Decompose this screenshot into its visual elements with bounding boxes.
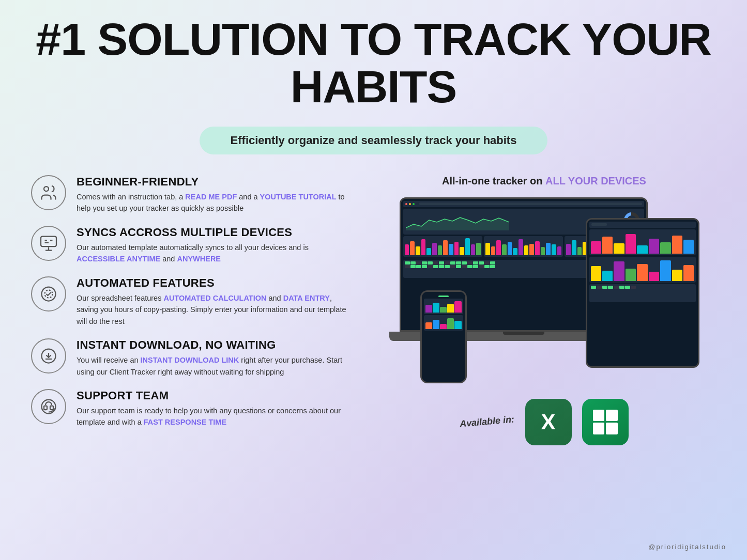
feature-beginner-text: BEGINNER-FRIENDLY Comes with an instruct… — [77, 175, 352, 214]
available-section: Available in: X — [460, 399, 628, 445]
feature-syncs-title: SYNCS ACCROSS MULTIPLE DEVICES — [77, 226, 352, 239]
feature-download-desc: You will receive an INSTANT DOWNLOAD LIN… — [77, 354, 352, 378]
feature-beginner-friendly: BEGINNER-FRIENDLY Comes with an instruct… — [31, 175, 352, 214]
bar-chart-1 — [403, 236, 482, 257]
tablet-dash-header — [589, 222, 696, 228]
feature-syncs: SYNCS ACCROSS MULTIPLE DEVICES Our autom… — [31, 226, 352, 265]
download-icon — [39, 347, 58, 365]
feature-download: INSTANT DOWNLOAD, NO WAITING You will re… — [31, 338, 352, 378]
tablet-title — [591, 223, 607, 226]
svg-rect-1 — [41, 236, 56, 246]
dot-yellow — [409, 203, 411, 205]
title-line1: #1 SOLUTION TO TRACK YOUR — [36, 13, 711, 65]
tablet-grid — [589, 284, 696, 302]
svg-point-0 — [44, 186, 49, 191]
phone-notch — [438, 295, 449, 297]
syncs-icon — [31, 226, 66, 261]
dash-header — [403, 201, 644, 207]
available-label: Available in: — [460, 414, 515, 430]
device-mockup — [389, 197, 699, 383]
title-line2: HABITS — [291, 61, 457, 112]
feature-download-title: INSTANT DOWNLOAD, NO WAITING — [77, 338, 352, 352]
phone-screen-content — [422, 292, 465, 382]
headset-icon — [39, 397, 58, 416]
tablet-screen-content — [587, 220, 698, 366]
feature-automated-desc: Our spreadsheet features AUTOMATED CALCU… — [77, 292, 352, 327]
dot-green — [413, 203, 415, 205]
sheets-cell-3 — [593, 423, 605, 434]
sheets-app-icon — [582, 399, 629, 445]
watermark: @prioridigitalstudio — [648, 543, 726, 551]
feature-beginner-title: BEGINNER-FRIENDLY — [77, 175, 352, 189]
devices-label: All-in-one tracker on ALL YOUR DEVICES — [442, 175, 646, 187]
automated-icon — [31, 276, 66, 312]
phone-mockup — [420, 290, 467, 383]
subtitle-pill: Efficiently organize and seamlessly trac… — [200, 127, 548, 154]
feature-download-text: INSTANT DOWNLOAD, NO WAITING You will re… — [77, 338, 352, 378]
feature-beginner-desc: Comes with an instruction tab, a READ ME… — [77, 191, 352, 214]
feature-syncs-text: SYNCS ACCROSS MULTIPLE DEVICES Our autom… — [77, 226, 352, 265]
download-icon-wrap — [31, 338, 66, 374]
sheets-cell-1 — [593, 410, 605, 422]
feature-support-desc: Our support team is ready to help you wi… — [77, 405, 352, 428]
feature-support-text: SUPPORT TEAM Our support team is ready t… — [77, 389, 352, 428]
beginner-icon — [31, 175, 66, 210]
phone-bar-1 — [424, 299, 463, 314]
phone-bar-2 — [424, 315, 463, 331]
sheets-cell-4 — [606, 423, 618, 434]
feature-support: SUPPORT TEAM Our support team is ready t… — [31, 389, 352, 428]
support-icon-wrap — [31, 389, 66, 424]
right-column: All-in-one tracker on ALL YOUR DEVICES — [372, 175, 716, 445]
monitor-icon — [39, 234, 58, 253]
title-bar — [419, 203, 642, 205]
devices-label-highlight: ALL YOUR DEVICES — [545, 175, 646, 186]
dot-red — [405, 203, 407, 205]
excel-app-icon: X — [525, 399, 572, 445]
users-icon — [39, 183, 58, 202]
sheets-cell-2 — [606, 410, 618, 422]
sheets-grid-icon — [593, 410, 618, 434]
check-circle-icon — [39, 285, 58, 303]
devices-label-prefix: All-in-one tracker on — [442, 175, 545, 186]
feature-automated: AUTOMATED FEATURES Our spreadsheet featu… — [31, 276, 352, 327]
content-row: BEGINNER-FRIENDLY Comes with an instruct… — [31, 175, 716, 445]
subtitle-text: Efficiently organize and seamlessly trac… — [231, 134, 517, 147]
excel-letter: X — [541, 410, 556, 434]
tablet-bar-1 — [589, 229, 696, 255]
feature-automated-text: AUTOMATED FEATURES Our spreadsheet featu… — [77, 276, 352, 327]
feature-support-title: SUPPORT TEAM — [77, 389, 352, 402]
bar-chart-2 — [484, 236, 563, 257]
tablet-grid-row — [591, 286, 694, 289]
tablet-bar-2 — [589, 257, 696, 283]
feature-syncs-desc: Our automated template automatically syn… — [77, 242, 352, 265]
feature-automated-title: AUTOMATED FEATURES — [77, 276, 352, 290]
tablet-mockup — [586, 218, 699, 368]
line-chart — [406, 215, 509, 230]
page-wrapper: #1 SOLUTION TO TRACK YOUR HABITS Efficie… — [0, 0, 747, 560]
features-column: BEGINNER-FRIENDLY Comes with an instruct… — [31, 175, 352, 428]
main-title: #1 SOLUTION TO TRACK YOUR HABITS — [36, 15, 711, 111]
